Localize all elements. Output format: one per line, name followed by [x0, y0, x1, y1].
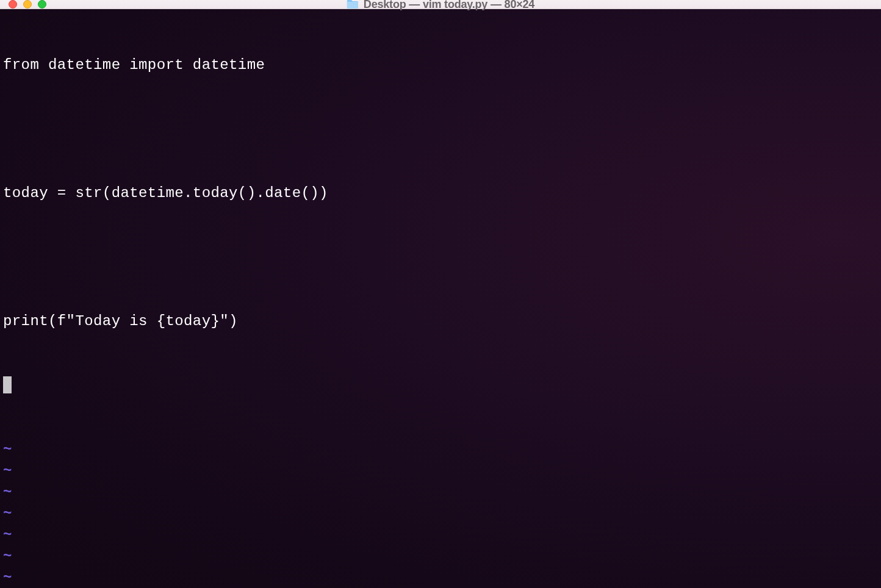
terminal-viewport[interactable]: from datetime import datetime today = st…	[0, 9, 881, 588]
traffic-lights	[9, 0, 46, 9]
empty-line-tilde: ~	[3, 524, 878, 545]
empty-line-tilde: ~	[3, 503, 878, 524]
empty-line-tilde: ~	[3, 481, 878, 503]
empty-line-tilde: ~	[3, 545, 878, 567]
empty-line-tilde: ~	[3, 460, 878, 481]
minimize-icon[interactable]	[23, 0, 32, 9]
cursor-line[interactable]	[3, 375, 878, 396]
editor-buffer[interactable]: from datetime import datetime today = st…	[3, 12, 878, 439]
code-line[interactable]	[3, 246, 878, 268]
code-line[interactable]: print(f"Today is {today}")	[3, 310, 878, 332]
empty-line-tilde: ~	[3, 439, 878, 460]
empty-line-tilde: ~	[3, 567, 878, 588]
code-line[interactable]	[3, 118, 878, 140]
empty-line-tildes: ~~~~~~~~~~~~~~~~	[3, 439, 878, 588]
maximize-icon[interactable]	[38, 0, 46, 9]
close-icon[interactable]	[9, 0, 17, 9]
cursor-icon	[3, 376, 12, 393]
code-line[interactable]: today = str(datetime.today().date())	[3, 182, 878, 204]
code-line[interactable]: from datetime import datetime	[3, 54, 878, 76]
folder-icon	[347, 0, 359, 9]
window-titlebar: Desktop — vim today.py — 80×24	[0, 0, 881, 9]
